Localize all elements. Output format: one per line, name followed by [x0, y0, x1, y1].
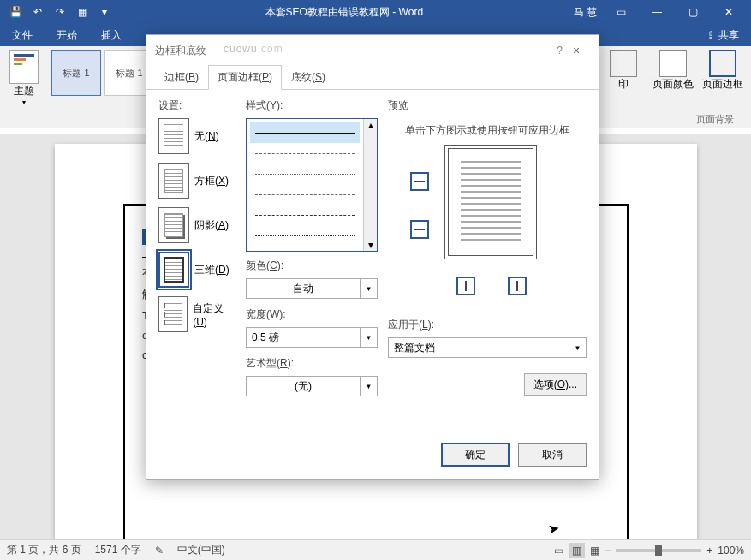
- options-button[interactable]: 选项(O)...: [524, 373, 587, 396]
- line-dash2[interactable]: [250, 184, 360, 205]
- none-icon: [158, 118, 189, 154]
- ribbon-options-button[interactable]: ▭: [604, 2, 638, 22]
- themes-group: 主题▾ 标题 1 标题 1: [0, 46, 162, 128]
- zoom-slider[interactable]: [616, 549, 701, 552]
- line-dashdot[interactable]: [250, 205, 360, 225]
- edge-bottom-button[interactable]: [410, 220, 429, 239]
- setting-custom[interactable]: 自定义(U): [158, 296, 235, 332]
- chevron-down-icon[interactable]: ▼: [569, 337, 587, 358]
- setting-3d[interactable]: 三维(D): [158, 252, 235, 288]
- dialog-title: 边框和底纹: [155, 44, 206, 58]
- language-indicator[interactable]: 中文(中国): [177, 543, 225, 557]
- save-button[interactable]: 💾: [5, 2, 26, 22]
- theme-icon: [9, 50, 39, 84]
- preview-label: 预览: [388, 98, 587, 113]
- preview-area: [388, 148, 587, 311]
- tab-page-border[interactable]: 页面边框(P): [208, 65, 282, 90]
- line-solid[interactable]: [250, 122, 360, 143]
- setting-none[interactable]: 无(N): [158, 118, 235, 154]
- chevron-down-icon[interactable]: ▼: [361, 376, 378, 396]
- zoom-level[interactable]: 100%: [718, 545, 744, 557]
- cancel-button[interactable]: 取消: [518, 443, 587, 467]
- share-icon: ⇪: [706, 29, 715, 41]
- apply-to-combo[interactable]: 整篇文档 ▼: [388, 337, 587, 358]
- watermark-button[interactable]: 印: [602, 50, 645, 124]
- chevron-down-icon[interactable]: ▼: [361, 327, 378, 348]
- ok-button[interactable]: 确定: [441, 443, 510, 467]
- style-scrollbar[interactable]: ▴▾: [363, 119, 377, 251]
- web-layout-button[interactable]: ▦: [590, 545, 599, 557]
- width-label: 宽度(W):: [246, 307, 378, 322]
- themes-button[interactable]: 主题▾: [7, 50, 41, 106]
- edge-right-button[interactable]: [508, 277, 527, 295]
- art-combo[interactable]: (无) ▼: [246, 376, 378, 396]
- tab-home[interactable]: 开始: [45, 24, 89, 46]
- line-dash1[interactable]: [250, 143, 360, 164]
- page-border-icon: [709, 50, 736, 77]
- edge-top-button[interactable]: [410, 172, 429, 191]
- color-combo[interactable]: 自动 ▼: [246, 278, 378, 299]
- borders-shading-dialog: 边框和底纹 cuowu.com ? × 边框(B) 页面边框(P) 底纹(S) …: [146, 34, 599, 480]
- dialog-help-button[interactable]: ?: [557, 45, 563, 57]
- view-controls: ▭ ▥ ▦ − + 100%: [554, 543, 744, 558]
- apply-to-label: 应用于(L):: [388, 318, 587, 332]
- print-layout-button[interactable]: ▥: [569, 543, 585, 558]
- share-button[interactable]: ⇪ 共享: [694, 28, 751, 43]
- page-color-button[interactable]: 页面颜色: [652, 50, 694, 124]
- custom-icon: [158, 296, 188, 332]
- style-column: 样式(Y): ▴▾ 颜色(C): 自动 ▼ 宽度(W): 0.5 磅: [246, 98, 378, 420]
- title-bar: 💾 ↶ ↷ ▦ ▾ 本套SEO教程由错误教程网 - Word 马 慧 ▭ — ▢…: [0, 0, 751, 24]
- watermark-text: cuowu.com: [224, 37, 283, 57]
- dialog-buttons: 确定 取消: [441, 443, 587, 467]
- zoom-out-button[interactable]: −: [605, 545, 611, 557]
- tab-border[interactable]: 边框(B): [155, 65, 208, 90]
- tab-file[interactable]: 文件: [0, 24, 45, 46]
- tab-shading[interactable]: 底纹(S): [282, 65, 335, 90]
- line-style-list[interactable]: ▴▾: [246, 118, 378, 252]
- dialog-body: 设置: 无(N) 方框(X) 阴影(A) 三维(D) 自定义(U) 样式(Y):…: [146, 90, 599, 429]
- chevron-down-icon[interactable]: ▼: [361, 278, 378, 299]
- qat-dropdown-button[interactable]: ▾: [94, 2, 115, 22]
- page-color-icon: [659, 50, 687, 77]
- style-label: 样式(Y):: [246, 98, 378, 113]
- preview-page[interactable]: [448, 148, 533, 256]
- window-controls: ▭ — ▢ ✕: [604, 2, 746, 22]
- line-dashdotdot[interactable]: [250, 225, 360, 246]
- page-indicator[interactable]: 第 1 页，共 6 页: [7, 543, 81, 557]
- spellcheck-icon[interactable]: ✎: [155, 545, 164, 557]
- color-label: 颜色(C):: [246, 259, 378, 273]
- setting-box[interactable]: 方框(X): [158, 163, 235, 199]
- line-dot[interactable]: [250, 164, 360, 184]
- preview-hint: 单击下方图示或使用按钮可应用边框: [388, 118, 587, 143]
- settings-column: 设置: 无(N) 方框(X) 阴影(A) 三维(D) 自定义(U): [158, 98, 235, 420]
- zoom-in-button[interactable]: +: [706, 545, 712, 557]
- tab-insert[interactable]: 插入: [89, 24, 134, 46]
- group-label-page-background: 页面背景: [696, 113, 734, 126]
- word-count[interactable]: 1571 个字: [95, 543, 141, 557]
- settings-label: 设置:: [158, 98, 235, 113]
- dialog-close-button[interactable]: ×: [563, 44, 590, 57]
- new-doc-button[interactable]: ▦: [72, 2, 92, 22]
- user-name[interactable]: 马 慧: [574, 5, 597, 20]
- status-bar: 第 1 页，共 6 页 1571 个字 ✎ 中文(中国) ▭ ▥ ▦ − + 1…: [0, 539, 751, 560]
- dialog-title-bar: 边框和底纹 cuowu.com ? ×: [146, 35, 599, 66]
- edge-left-button[interactable]: [456, 277, 475, 295]
- maximize-button[interactable]: ▢: [676, 2, 710, 22]
- setting-shadow[interactable]: 阴影(A): [158, 207, 235, 243]
- style-gallery[interactable]: 标题 1 标题 1: [51, 50, 154, 106]
- close-button[interactable]: ✕: [712, 2, 746, 22]
- 3d-icon: [158, 252, 189, 288]
- read-mode-button[interactable]: ▭: [554, 545, 563, 557]
- watermark-icon: [610, 50, 637, 77]
- width-combo[interactable]: 0.5 磅 ▼: [246, 327, 378, 348]
- style-heading1[interactable]: 标题 1: [51, 50, 101, 96]
- shadow-icon: [158, 207, 189, 243]
- minimize-button[interactable]: —: [640, 2, 674, 22]
- apply-to-row: 应用于(L): 整篇文档 ▼ 选项(O)...: [388, 318, 587, 358]
- window-title: 本套SEO教程由错误教程网 - Word: [115, 5, 574, 20]
- dialog-tabs: 边框(B) 页面边框(P) 底纹(S): [146, 66, 599, 90]
- redo-button[interactable]: ↷: [50, 2, 70, 22]
- quick-access-toolbar: 💾 ↶ ↷ ▦ ▾: [5, 2, 115, 22]
- undo-button[interactable]: ↶: [27, 2, 48, 22]
- preview-column: 预览 单击下方图示或使用按钮可应用边框 应用于(L): 整篇文档 ▼ 选项(O)…: [388, 98, 587, 420]
